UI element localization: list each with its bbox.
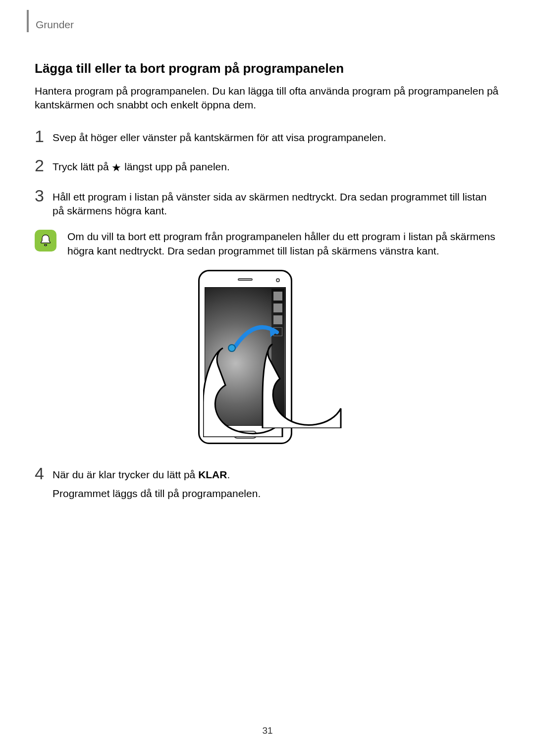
step-list: 1 Svep åt höger eller vänster på kantskä… [35, 128, 500, 505]
phone-camera [276, 278, 280, 282]
step4-line1-post: . [227, 469, 230, 480]
step4-line2: Programmet läggs då till på programpanel… [53, 487, 500, 501]
panel-slot [273, 303, 282, 312]
panel-slot [273, 292, 282, 301]
section-heading: Lägga till eller ta bort program på prog… [35, 60, 500, 77]
gesture-illustration [35, 270, 500, 453]
header-section-label: Grunder [36, 19, 74, 31]
intro-paragraph: Hantera program på programpanelen. Du ka… [35, 84, 500, 112]
panel-slot [273, 315, 282, 324]
manual-page: Grunder Lägga till eller ta bort program… [0, 0, 535, 756]
step-text-pre: Tryck lätt på [53, 161, 111, 172]
step-text: När du är klar trycker du lätt på KLAR. … [53, 465, 500, 506]
bell-icon [35, 230, 56, 252]
note-text: Om du vill ta bort ett program från prog… [67, 230, 500, 258]
phone-speaker [238, 278, 253, 281]
hand-right-icon [258, 329, 342, 428]
step-4: 4 När du är klar trycker du lätt på KLAR… [35, 465, 500, 506]
star-icon: ★ [111, 161, 121, 174]
step-text: Tryck lätt på ★ längst upp på panelen. [53, 157, 500, 175]
step-number: 4 [35, 465, 53, 482]
klar-label: KLAR [198, 469, 227, 480]
step-1: 1 Svep åt höger eller vänster på kantskä… [35, 128, 500, 145]
step-text: Svep åt höger eller vänster på kantskärm… [53, 128, 500, 145]
step-number: 2 [35, 157, 53, 174]
step-3: 3 Håll ett program i listan på vänster s… [35, 187, 500, 218]
step-number: 1 [35, 128, 53, 145]
step-number: 3 [35, 187, 53, 204]
step-text-post: längst upp på panelen. [121, 161, 229, 172]
header-rule [27, 10, 29, 32]
step4-line1-pre: När du är klar trycker du lätt på [53, 469, 198, 480]
note-callout: Om du vill ta bort ett program från prog… [35, 230, 500, 258]
page-number: 31 [0, 725, 535, 736]
step-text: Håll ett program i listan på vänster sid… [53, 187, 500, 218]
step-2: 2 Tryck lätt på ★ längst upp på panelen. [35, 157, 500, 175]
